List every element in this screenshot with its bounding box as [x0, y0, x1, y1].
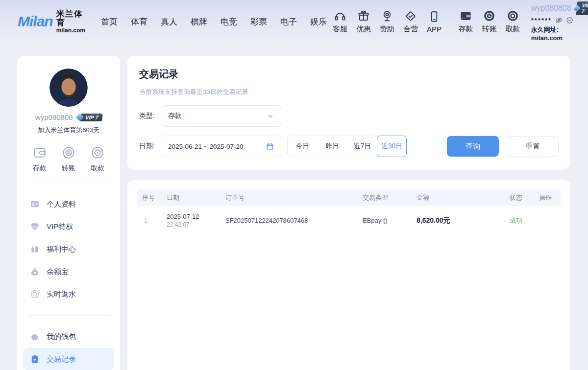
transfer-outline-icon — [61, 145, 76, 160]
row-index: 1 — [137, 217, 162, 224]
transfer-button[interactable]: 转账 — [479, 9, 500, 34]
nav-item-esports[interactable]: 电竞 — [220, 16, 237, 27]
withdraw-button[interactable]: 取款 — [503, 9, 523, 34]
sidebar-divider — [27, 183, 110, 183]
rebate-icon — [30, 289, 40, 299]
logo-script-text: Milan — [18, 13, 53, 30]
date-range-value: 2025-06-21 ~ 2025-07-20 — [168, 143, 244, 150]
table-header-row: 序号 日期 订单号 交易类型 金额 状态 操作 — [137, 189, 561, 206]
piggy-wallet-icon — [30, 332, 40, 342]
profile-sidebar: wyp080808 VIP 7 加入米兰体育第603天 存款 转账 取款 — [17, 56, 120, 370]
id-card-icon — [30, 199, 40, 209]
vip-badge: VIP 7 — [574, 1, 588, 15]
row-transaction-type: EBpay () — [358, 217, 412, 224]
range-30days-button[interactable]: 近30日 — [377, 136, 407, 157]
sidebar-withdraw-action[interactable]: 取款 — [90, 145, 105, 173]
brand-logo[interactable]: Milan 米兰体育 milan.com — [18, 10, 85, 33]
col-header-index: 序号 — [137, 193, 162, 202]
col-header-amount: 金额 — [412, 193, 505, 202]
gift-icon — [357, 10, 370, 23]
phone-icon — [428, 10, 441, 23]
sidebar-item-transactions[interactable]: 交易记录 — [23, 348, 114, 370]
quick-range-group: 今日 昨日 近7日 近30日 — [287, 136, 407, 157]
logo-domain: milan.com — [56, 27, 85, 34]
nav-item-cards[interactable]: 棋牌 — [191, 16, 207, 27]
date-filter-row: 日期: 2025-06-21 ~ 2025-07-20 今日 昨日 近7日 近3… — [139, 136, 559, 157]
transactions-table-card: 序号 日期 订单号 交易类型 金额 状态 操作 1 2025-07-12 22:… — [127, 180, 570, 370]
chevron-down-icon — [267, 113, 274, 119]
search-button[interactable]: 查询 — [447, 136, 499, 157]
withdraw-icon — [506, 9, 519, 23]
sponsor-icon — [381, 10, 393, 23]
sidebar-avatar[interactable] — [49, 69, 88, 107]
nav-item-sports[interactable]: 体育 — [131, 16, 147, 27]
deposit-icon — [459, 9, 472, 23]
nav-item-entertainment[interactable]: 娱乐 — [310, 16, 327, 27]
nav-item-home[interactable]: 首页 — [101, 16, 118, 27]
nav-item-slots[interactable]: 电子 — [280, 16, 297, 27]
refresh-balance-icon[interactable] — [566, 17, 573, 24]
sidebar-item-wallet[interactable]: 我的钱包 — [23, 325, 114, 348]
main-content: 交易记录 当前系统支持查询最近30日的交易记录 类型: 存款 日期: 2025-… — [127, 56, 570, 370]
date-range-input[interactable]: 2025-06-21 ~ 2025-07-20 — [161, 136, 281, 157]
row-date: 2025-07-12 — [167, 213, 220, 220]
type-label: 类型: — [139, 112, 161, 120]
logo-brand-name: 米兰体育 — [56, 10, 85, 27]
sidebar-item-vip[interactable]: VIP特权 — [23, 215, 114, 238]
col-header-date: 日期 — [162, 193, 220, 202]
row-time: 22:42:07 — [167, 221, 220, 228]
sidebar-transfer-action[interactable]: 转账 — [61, 145, 76, 173]
eye-off-icon[interactable] — [555, 17, 563, 24]
sidebar-deposit-action[interactable]: 存款 — [32, 145, 47, 173]
sidebar-item-welfare[interactable]: 福利中心 — [23, 238, 114, 260]
col-header-status: 状态 — [505, 193, 534, 202]
nav-item-lottery[interactable]: 彩票 — [250, 16, 267, 27]
partnership-link[interactable]: 合营 — [400, 10, 421, 34]
service-link[interactable]: 客服 — [330, 10, 350, 34]
headset-icon — [334, 10, 346, 23]
money-bag-icon — [30, 267, 40, 277]
row-amount: 8,620.00元 — [412, 216, 505, 225]
promotions-link[interactable]: 优惠 — [353, 10, 374, 34]
vip-diamond-icon — [30, 222, 40, 231]
range-today-button[interactable]: 今日 — [288, 136, 318, 157]
col-header-action: 操作 — [534, 193, 561, 202]
range-7days-button[interactable]: 近7日 — [347, 136, 377, 157]
wallet-outline-icon — [32, 145, 47, 160]
app-link[interactable]: APP — [424, 10, 444, 33]
col-header-order: 订单号 — [220, 193, 358, 202]
masked-balance: ****** — [531, 17, 552, 24]
sidebar-divider — [27, 315, 110, 316]
range-yesterday-button[interactable]: 昨日 — [318, 136, 347, 157]
row-status-badge: 成功 — [505, 216, 534, 225]
sidebar-menu: 个人资料 VIP特权 福利中心 余额宝 实时返水 — [23, 193, 114, 305]
welfare-icon — [30, 244, 40, 254]
header-username[interactable]: wyp080808 — [531, 4, 571, 13]
deposit-button[interactable]: 存款 — [456, 9, 476, 34]
table-row: 1 2025-07-12 22:42:07 SF2025071222420786… — [137, 206, 561, 235]
row-order-number: SF202507122242078607468 — [220, 217, 358, 224]
reset-button[interactable]: 重置 — [507, 136, 559, 157]
type-select[interactable]: 存款 — [161, 105, 281, 127]
page-title: 交易记录 — [139, 68, 559, 81]
permanent-url-label: 永久网址: milan.com — [531, 25, 587, 42]
filters-card: 交易记录 当前系统支持查询最近30日的交易记录 类型: 存款 日期: 2025-… — [127, 56, 570, 170]
sidebar-menu-wallet-group: 我的钱包 交易记录 — [23, 325, 114, 370]
sidebar-vip-badge: VIP 7 — [76, 114, 102, 121]
withdraw-outline-icon — [90, 145, 105, 160]
clipboard-icon — [30, 354, 40, 364]
transfer-icon — [483, 9, 496, 23]
main-nav: 首页 体育 真人 棋牌 电竞 彩票 电子 娱乐 — [101, 16, 327, 27]
partnership-icon — [404, 10, 417, 23]
nav-item-live[interactable]: 真人 — [161, 16, 177, 27]
sponsor-link[interactable]: 赞助 — [377, 10, 397, 34]
row-datetime: 2025-07-12 22:42:07 — [162, 213, 220, 228]
sidebar-item-profile[interactable]: 个人资料 — [23, 193, 114, 215]
date-label: 日期: — [139, 142, 161, 151]
top-header: Milan 米兰体育 milan.com 首页 体育 真人 棋牌 电竞 彩票 电… — [0, 0, 588, 43]
col-header-type: 交易类型 — [358, 193, 412, 202]
calendar-icon — [266, 142, 274, 150]
sidebar-quick-actions: 存款 转账 取款 — [23, 145, 114, 173]
sidebar-item-yuebao[interactable]: 余额宝 — [23, 260, 114, 283]
sidebar-item-rebate[interactable]: 实时返水 — [23, 283, 114, 305]
